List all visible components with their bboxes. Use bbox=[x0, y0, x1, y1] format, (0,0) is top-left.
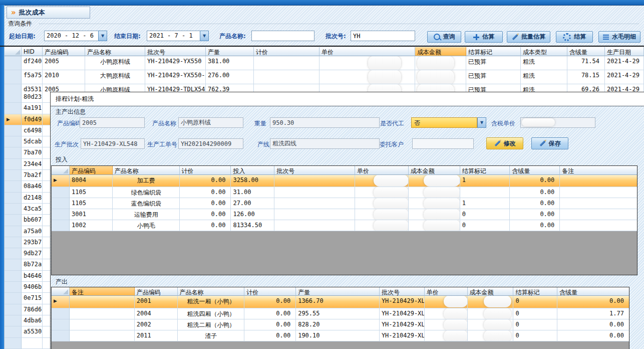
column-header-cost-amount[interactable]: 成本金额 bbox=[415, 47, 466, 56]
table-row[interactable]: ▶ 234e4.. bbox=[5, 159, 50, 170]
end-date-input[interactable]: 2021 - 7 - 1 bbox=[147, 31, 200, 41]
table-row[interactable]: ▶ a75a0.. bbox=[5, 226, 50, 237]
is-oem-combobox[interactable]: 否 bbox=[411, 117, 477, 128]
prod-line-field[interactable] bbox=[270, 138, 380, 149]
column-header-input-qty[interactable]: 投入 bbox=[231, 166, 274, 175]
down-detail-button[interactable]: 水毛明细 bbox=[598, 31, 640, 43]
column-header-product-code[interactable]: 产品编码 bbox=[43, 47, 85, 56]
column-header-down-content[interactable]: 含绒量 bbox=[510, 166, 560, 175]
column-header-batch-no[interactable]: 批次号 bbox=[145, 47, 206, 56]
table-row[interactable]: ▶ c6498.. bbox=[5, 125, 50, 136]
column-header-unit-price[interactable]: 单价 bbox=[425, 287, 468, 296]
product-code-field[interactable] bbox=[80, 117, 145, 128]
end-date-dropdown-button[interactable]: ▼ bbox=[200, 31, 209, 41]
table-row[interactable]: ▶ 80d23.. bbox=[5, 92, 50, 103]
product-name-field[interactable] bbox=[178, 117, 243, 128]
column-header-settle-flag[interactable]: 结算标记 bbox=[460, 166, 510, 175]
table-row[interactable]: ▶ 08a46.. bbox=[5, 181, 50, 192]
table-row[interactable]: ▶ 5dcab.. bbox=[5, 136, 50, 147]
double-chevron-icon: » bbox=[11, 9, 16, 17]
table-row[interactable]: ▶ 2004 粗洗四厢（小鸭） 0.00 295.55 YH-210429-XL… bbox=[52, 308, 629, 319]
table-row[interactable]: ▶ 7ba70.. bbox=[5, 147, 50, 158]
redacted-value bbox=[417, 56, 454, 70]
table-row[interactable]: ▶ f0d49.. bbox=[5, 114, 50, 125]
table-row[interactable]: ▶ 7ba2f.. bbox=[5, 170, 50, 181]
column-header-down-content[interactable]: 含绒量 bbox=[567, 47, 605, 56]
estimate-button[interactable]: 估算 bbox=[465, 31, 503, 43]
column-header-hid[interactable]: HID bbox=[22, 47, 43, 56]
prod-batch-field[interactable] bbox=[81, 138, 145, 149]
table-row[interactable]: ▶ bbox=[5, 338, 50, 349]
table-row[interactable]: ▶ 1105 蓝色编织袋 0.00 27.00 1 0.00 bbox=[52, 198, 637, 209]
column-header-pricing[interactable]: 计价 bbox=[180, 166, 231, 175]
batch-no-label: 批次号: bbox=[326, 32, 346, 41]
column-header-cost-type[interactable]: 成本类型 bbox=[521, 47, 567, 56]
save-button[interactable]: 保存 bbox=[531, 137, 568, 149]
table-row[interactable]: ▶ 8004 加工费 0.00 3258.00 1 0.00 bbox=[52, 175, 637, 187]
column-header-product-name[interactable]: 产品名称 bbox=[178, 287, 245, 296]
list-icon bbox=[603, 37, 609, 38]
column-header-unit-price[interactable]: 单价 bbox=[319, 47, 415, 56]
column-header-product-code[interactable]: 产品编码 bbox=[135, 287, 178, 296]
table-row[interactable]: ▶ 1002 小鸭毛 0.00 81334.50 0 0.00 bbox=[52, 220, 637, 231]
column-header-settle-flag[interactable]: 结算标记 bbox=[466, 47, 521, 56]
table-row[interactable]: ▶ 9db27.. bbox=[5, 248, 50, 259]
search-button[interactable]: 查询 bbox=[427, 31, 461, 43]
column-header-pricing[interactable]: 计价 bbox=[254, 47, 319, 56]
column-header-down-content[interactable]: 含绒量 bbox=[557, 287, 629, 296]
column-header-cost-amount[interactable]: 成本金额 bbox=[468, 287, 514, 296]
column-header-prod-date[interactable]: 生产日期 bbox=[605, 47, 644, 56]
start-date-dropdown-button[interactable]: ▼ bbox=[98, 31, 107, 41]
work-order-field[interactable] bbox=[178, 138, 243, 149]
column-header-note[interactable]: 备注 bbox=[560, 166, 637, 175]
tab-batch-cost[interactable]: » 批次成本 bbox=[7, 7, 90, 19]
table-row[interactable]: ▶ b4646.. bbox=[5, 271, 50, 282]
select-all-corner[interactable] bbox=[52, 287, 70, 296]
product-name-label: 产品名称 bbox=[152, 119, 176, 128]
column-header-settle-flag[interactable]: 结算标记 bbox=[513, 287, 557, 296]
table-row[interactable]: ▶ df240... 2005 小鸭原料绒 YH-210429-YX550 38… bbox=[5, 56, 644, 70]
start-date-input[interactable]: 2020 - 12 - 6 bbox=[44, 31, 99, 41]
table-row[interactable]: ▶ 3001 运输费用 0.00 126.00 0 0.00 bbox=[52, 209, 637, 220]
table-row[interactable]: ▶ a5530.. bbox=[5, 326, 50, 337]
column-header-product-name[interactable]: 产品名称 bbox=[85, 47, 145, 56]
column-header-output-qty[interactable]: 产量 bbox=[296, 287, 380, 296]
column-header-batch-no[interactable]: 批次号 bbox=[274, 166, 355, 175]
column-header-pricing[interactable]: 计价 bbox=[244, 287, 296, 296]
select-all-corner[interactable] bbox=[5, 47, 22, 56]
is-oem-dropdown-button[interactable]: ▼ bbox=[477, 117, 486, 128]
select-all-corner[interactable] bbox=[52, 166, 70, 175]
table-row[interactable]: ▶ 2011 渣子 0.00 190.10 YH-210429-XL548 0 … bbox=[52, 330, 629, 341]
table-row[interactable]: ▶ f5a75... 2010 大鸭原料绒 YH-210429-YX550-2 … bbox=[5, 70, 644, 84]
table-row[interactable]: ▶ 293b7.. bbox=[5, 237, 50, 248]
batch-no-input[interactable] bbox=[351, 31, 415, 41]
table-row[interactable]: ▶ 8b72a.. bbox=[5, 259, 50, 270]
table-row[interactable]: ▶ d2148.. bbox=[5, 193, 50, 204]
column-header-batch-no[interactable]: 批次号 bbox=[380, 287, 425, 296]
table-row[interactable]: ▶ 0e715.. bbox=[5, 293, 50, 304]
table-row[interactable]: ▶ bb607.. bbox=[5, 215, 50, 226]
redacted-value bbox=[374, 187, 409, 198]
modify-button[interactable]: 修改 bbox=[486, 137, 523, 149]
table-row[interactable]: ▶ 9406b.. bbox=[5, 282, 50, 293]
column-header-product-code[interactable]: 产品编码 bbox=[70, 166, 113, 175]
weight-field[interactable] bbox=[270, 117, 380, 128]
column-header-note[interactable]: 备注 bbox=[70, 287, 135, 296]
column-header-unit-price[interactable]: 单价 bbox=[355, 166, 409, 175]
column-header-output-qty[interactable]: 产量 bbox=[206, 47, 254, 56]
settle-button[interactable]: 结算 bbox=[556, 31, 593, 43]
table-row[interactable]: ▶ 4a191.. bbox=[5, 103, 50, 114]
table-row[interactable]: ▶ 4dba6.. bbox=[5, 315, 50, 326]
table-row[interactable]: ▶ 2002 粗洗二厢（小鸭） 0.00 828.20 YH-210429-XL… bbox=[52, 319, 629, 330]
client-field[interactable] bbox=[412, 138, 474, 149]
table-row[interactable]: ▶ 43ca5.. bbox=[5, 204, 50, 215]
table-row[interactable]: ▶ 1105 绿色编织袋 0.00 31.00 0.00 bbox=[52, 187, 637, 198]
column-header-product-name[interactable]: 产品名称 bbox=[113, 166, 180, 175]
table-row[interactable]: ▶ 786d6.. bbox=[5, 304, 50, 315]
product-name-input[interactable] bbox=[251, 31, 314, 41]
column-header-cost-amount[interactable]: 成本金额 bbox=[409, 166, 460, 175]
table-row[interactable]: ▶ 2001 粗洗一厢（小鸭） 0.00 1366.70 YH-210429-X… bbox=[52, 296, 629, 308]
row-selector-arrow-icon: ▶ bbox=[54, 299, 68, 303]
taxed-unit-price-field[interactable] bbox=[520, 117, 595, 128]
batch-estimate-button[interactable]: 批量估算 bbox=[507, 31, 550, 43]
